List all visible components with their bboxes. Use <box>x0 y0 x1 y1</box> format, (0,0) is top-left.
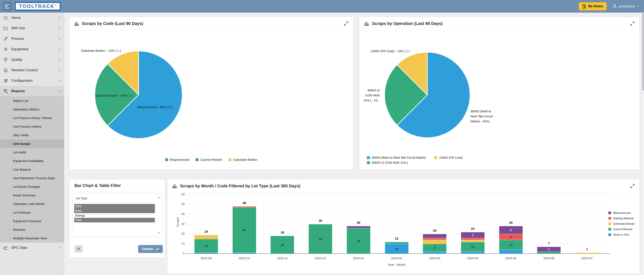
sidebar-subitem-line-balance[interactable]: Line Balance <box>0 165 64 174</box>
bar-segment-substrate-broken[interactable] <box>423 240 446 244</box>
bar-segment-starting-material[interactable] <box>461 238 484 240</box>
bar-chart-icon <box>172 184 177 189</box>
sidebar-subitem-lot-route-changes[interactable]: Lot Route Changes <box>0 182 64 191</box>
bar-segment-stuck-in-tool[interactable] <box>194 252 218 254</box>
legend-item-substrate-broken[interactable]: Substrate Broken <box>228 158 258 162</box>
lot-type-listbox[interactable]: Lot Type ▲ DEVENGEnergyPRD ▼ <box>72 193 162 237</box>
spc-icon <box>3 246 8 250</box>
sidebar-subitem-lot-forecast[interactable]: Lot Forecast <box>0 208 64 217</box>
bar-2024-05[interactable]: 1068 <box>499 226 523 254</box>
bar-segment-substrate-broken[interactable] <box>575 252 599 254</box>
sidebar-item-reports[interactable]: Reports <box>0 86 64 96</box>
legend-item-80003-reel-to-reel-tab-circuit-match[interactable]: 80003 (Reel to Reel Tab Circuit Match) <box>367 156 426 159</box>
bar-segment-cannot-rework[interactable] <box>385 242 408 244</box>
bar-2024-03[interactable]: 8 <box>423 234 446 254</box>
listbox-label: Lot Type <box>76 196 88 200</box>
bar-total-label: 1 <box>572 247 602 251</box>
expand-icon[interactable] <box>344 21 348 26</box>
expand-icon[interactable] <box>630 184 635 188</box>
sidebar-subitem-equipment-forecast[interactable]: Equipment Forecast <box>0 217 64 225</box>
bar-2024-01[interactable]: 26 <box>347 226 370 254</box>
bar-2023-09[interactable]: 14 <box>194 235 218 254</box>
bar-segment-stuck-in-tool[interactable] <box>423 252 446 254</box>
bar-segment-starting-material[interactable] <box>232 206 256 207</box>
chevron-right-icon <box>58 79 61 82</box>
bar-2023-10[interactable]: 46 <box>232 206 256 254</box>
sidebar-subitem-reworks[interactable]: Reworks <box>0 225 64 234</box>
sidebar-item-spc-data[interactable]: SPC Data <box>0 242 64 253</box>
bar-2023-11[interactable]: 18 <box>270 236 294 254</box>
update-button[interactable]: Update <box>138 245 163 253</box>
user-menu[interactable]: ICHIZMAR <box>612 4 640 9</box>
bar-segment-stuck-in-tool[interactable] <box>461 252 484 254</box>
legend-item-stuck-in-tool[interactable]: Stuck in Tool <box>608 233 635 236</box>
sidebar-subitem-unit-scraps[interactable]: Unit Scraps <box>0 140 64 148</box>
user-name: ICHIZMAR <box>619 4 635 8</box>
bar-total-label: 28 <box>344 221 373 224</box>
legend-item-cannot-rework[interactable]: Cannot Rework <box>196 158 222 162</box>
expand-icon[interactable] <box>630 21 635 26</box>
legend-item-starting-material[interactable]: Starting Material <box>608 217 635 220</box>
bar-segment-stuck-in-tool[interactable] <box>499 250 523 254</box>
my-notes-button[interactable]: My Notes <box>578 2 606 10</box>
x-tick-label: 2024-03 <box>420 256 449 260</box>
bar-total-label: 22 <box>458 227 488 230</box>
bar-segment-misprocessed[interactable] <box>423 234 446 238</box>
bar-2024-06[interactable]: 5 <box>537 247 560 254</box>
legend-item-substrate-broken[interactable]: Substrate Broken <box>608 222 635 225</box>
y-tick-label: 20 <box>175 232 185 236</box>
legend-swatch <box>608 212 611 214</box>
sidebar-subitem-lot-holds[interactable]: Lot Holds <box>0 148 64 156</box>
legend-swatch <box>608 228 611 230</box>
reset-filter-button[interactable]: ↺ <box>74 246 82 252</box>
bar-2023-12[interactable]: 30 <box>309 224 332 254</box>
sidebar-item-home[interactable]: Home <box>0 12 64 23</box>
sidebar-subitem-unit-process-history[interactable]: Unit Process History <box>0 122 64 131</box>
scroll-down-icon[interactable]: ▼ <box>157 232 160 234</box>
tooltrack-app: TOOLTRACK™ My Notes ICHIZMAR HomeWIP Inf… <box>0 0 644 275</box>
legend-item-misprocessed[interactable]: Misprocessed <box>165 158 190 162</box>
bar-segment-starting-material[interactable] <box>423 238 446 240</box>
gridline <box>225 194 226 254</box>
menu-toggle-icon[interactable] <box>2 2 12 11</box>
page-scrollbar[interactable] <box>642 12 644 275</box>
segment-value-label: 8 <box>499 228 523 232</box>
sidebar-subitem-operation-look-ahead[interactable]: Operation Look Ahead <box>0 200 64 208</box>
bar-2024-07[interactable] <box>575 252 599 254</box>
lot-type-option-prd[interactable]: PRD <box>74 218 155 222</box>
bar-chart-icon <box>364 21 369 26</box>
lot-type-option-energy[interactable]: Energy <box>74 213 155 218</box>
sidebar-subitem-non-parametric-process-data[interactable]: Non-Parametric Process Data <box>0 174 64 182</box>
lot-type-option-dev[interactable]: DEV <box>74 204 155 208</box>
bar-segment-cannot-rework[interactable] <box>537 252 560 254</box>
sidebar-item-configuration[interactable]: Configuration <box>0 76 64 86</box>
legend-item-10002-pr-coat[interactable]: 10002 (PR Coat) <box>434 156 463 159</box>
sidebar-subitem-lot-process-history-moves[interactable]: Lot Process History / Moves <box>0 114 64 122</box>
sidebar-item-equipment[interactable]: Equipment <box>0 44 64 54</box>
legend-swatch <box>608 217 611 220</box>
sidebar-subitem-multiple-parameter-view[interactable]: Multiple Parameter View <box>0 234 64 242</box>
scroll-up-icon[interactable]: ▲ <box>157 196 160 199</box>
bar-segment-substrate-broken[interactable] <box>194 235 218 239</box>
legend-item-60620-2-con-msk-ovl[interactable]: 60620 (2 CON MSK OVL) <box>367 161 408 164</box>
bar-total-label: 12 <box>382 237 412 240</box>
sidebar-item-wip-info[interactable]: WIP Info <box>0 23 64 34</box>
sidebar-item-revision-control[interactable]: Revision Control <box>0 65 64 76</box>
lot-type-option-eng[interactable]: ENG <box>74 208 155 213</box>
bar-segment-substrate-broken[interactable] <box>461 240 484 242</box>
legend-item-cannot-rework[interactable]: Cannot Rework <box>608 228 635 231</box>
bar-segment-stuck-in-tool[interactable] <box>232 252 256 254</box>
sidebar-item-quality[interactable]: Quality <box>0 54 64 65</box>
sidebar-subitem-route-summary[interactable]: Route Summary <box>0 191 64 200</box>
sidebar-subitem-report-list[interactable]: Report List <box>0 96 64 105</box>
scrollbar-thumb[interactable] <box>642 13 644 90</box>
bar-2024-02[interactable]: 10 <box>385 242 408 254</box>
sidebar-subitem-equipment-availability[interactable]: Equipment Availability <box>0 156 64 165</box>
sidebar-subitem-operations-metrics[interactable]: Operations Metrics <box>0 105 64 114</box>
bar-segment-misprocessed[interactable] <box>347 226 370 228</box>
bar-2024-04[interactable]: 106 <box>461 232 484 254</box>
sidebar-subitem-step-yields[interactable]: Step Yields <box>0 131 64 140</box>
legend-swatch <box>608 222 611 225</box>
legend-item-misprocessed[interactable]: Misprocessed <box>608 211 635 214</box>
sidebar-item-process[interactable]: Process <box>0 34 64 44</box>
